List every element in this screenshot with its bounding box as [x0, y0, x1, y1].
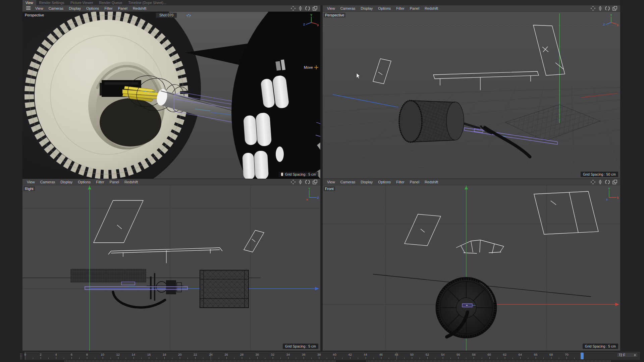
viewport-menu-panel[interactable]: Panel: [115, 6, 130, 10]
frame-number: 16: [147, 353, 151, 356]
frame-tick: [219, 358, 219, 359]
menu-view[interactable]: View: [22, 0, 36, 5]
frame-tick: [482, 358, 482, 359]
frame-tick: [458, 357, 459, 359]
frame-tick: [273, 357, 273, 359]
viewport-menu-view[interactable]: View: [33, 6, 46, 10]
frame-tick: [513, 358, 513, 359]
fine-mesh-block[interactable]: [71, 269, 146, 282]
frame-tick: [242, 357, 242, 359]
viewport-canvas-front-ortho[interactable]: Front Y z X Grid Spacing : 5 cm: [323, 185, 620, 351]
viewport-menu-cameras[interactable]: Cameras: [338, 6, 358, 10]
grid-spacing-chip: Grid Spacing : 5 cm: [283, 344, 318, 349]
viewport-menu-filter[interactable]: Filter: [102, 6, 115, 10]
viewport-menu-view[interactable]: View: [324, 180, 338, 184]
dolly-view-icon[interactable]: [298, 6, 303, 11]
svg-text:Y: Y: [310, 14, 312, 17]
viewport-canvas-perspective-shaded[interactable]: Perspective Shot 070 Move Y Z X Grid Spa…: [22, 12, 320, 179]
frame-number: 52: [426, 353, 429, 356]
move-view-icon[interactable]: [291, 180, 296, 184]
viewport-menu-display[interactable]: Display: [358, 180, 375, 184]
viewport-menu-options[interactable]: Options: [84, 6, 102, 10]
viewport-menu-panel[interactable]: Panel: [407, 180, 422, 184]
move-view-icon[interactable]: [591, 180, 595, 184]
move-view-icon[interactable]: [591, 6, 595, 11]
frame-number: 66: [534, 353, 538, 356]
menu-timeline-dope-sheet[interactable]: Timeline (Dope Sheet)...: [125, 0, 169, 5]
camera-tag[interactable]: Shot 070: [156, 13, 177, 18]
viewport-menu-view[interactable]: View: [24, 180, 38, 184]
viewport-menu-options[interactable]: Options: [375, 180, 393, 184]
viewport-menu-redshift[interactable]: Redshift: [122, 180, 141, 184]
frame-tick: [420, 358, 420, 359]
viewport-menu-filter[interactable]: Filter: [393, 180, 407, 184]
frame-number: 44: [364, 353, 367, 356]
frame-number: 12: [116, 353, 120, 356]
viewport-menu-cameras[interactable]: Cameras: [338, 180, 358, 184]
rotate-view-icon[interactable]: [605, 180, 610, 184]
rotate-view-icon[interactable]: [305, 6, 310, 11]
viewport-menu-filter[interactable]: Filter: [393, 6, 407, 10]
frame-number: 30: [256, 353, 259, 356]
rotate-view-icon[interactable]: [605, 6, 610, 11]
viewport-menu-panel[interactable]: Panel: [107, 180, 122, 184]
toggle-single-view-icon[interactable]: [612, 6, 617, 11]
viewport-menu-display[interactable]: Display: [66, 6, 84, 10]
toggle-single-view-icon[interactable]: [313, 180, 317, 184]
viewport-menu-options[interactable]: Options: [75, 180, 93, 184]
frame-tick: [358, 358, 358, 359]
gear-front-face[interactable]: [436, 278, 496, 338]
frame-tick: [133, 357, 134, 359]
viewport-menu-cameras[interactable]: Cameras: [46, 6, 66, 10]
timeline-dashed-range: [367, 361, 610, 361]
frame-tick: [574, 358, 575, 359]
frame-tick: [118, 357, 118, 359]
frame-tick: [280, 358, 281, 359]
frame-tick: [466, 358, 466, 359]
viewport-menu-options[interactable]: Options: [375, 6, 393, 10]
orientation-gizmo: Y x Z: [303, 187, 319, 201]
timeline-ruler[interactable]: 0246810121416182022242628303234363840424…: [24, 352, 640, 360]
frame-tick: [404, 358, 405, 359]
section-line: [396, 352, 397, 360]
move-view-icon[interactable]: [291, 6, 296, 11]
menu-render-settings[interactable]: Render Settings: [36, 0, 67, 5]
viewport-menu-panel[interactable]: Panel: [407, 6, 422, 10]
grid-spacing-chip: Grid Spacing : 5 cm: [583, 344, 618, 349]
frame-tick: [489, 357, 490, 359]
current-frame-marker[interactable]: [581, 353, 584, 359]
toggle-single-view-icon[interactable]: [612, 180, 617, 184]
frame-tick: [187, 358, 188, 359]
viewport-menu-redshift[interactable]: Redshift: [422, 180, 441, 184]
hamburger-icon[interactable]: [24, 6, 33, 10]
frame-tick: [528, 358, 528, 359]
menu-picture-viewer[interactable]: Picture Viewer: [67, 0, 96, 5]
viewport-menu-cameras[interactable]: Cameras: [38, 180, 58, 184]
section-line: [211, 352, 211, 360]
viewport-menu-display[interactable]: Display: [58, 180, 75, 184]
dolly-view-icon[interactable]: [598, 6, 602, 11]
frame-tick: [79, 358, 79, 359]
timeline-drag-grip[interactable]: [20, 353, 23, 359]
viewport-menu-filter[interactable]: Filter: [93, 180, 107, 184]
menu-render-queue[interactable]: Render Queue: [96, 0, 125, 5]
frame-spinner[interactable]: [634, 354, 636, 356]
dolly-view-icon[interactable]: [598, 180, 602, 184]
frame-tick: [257, 357, 258, 359]
viewport-menu-redshift[interactable]: Redshift: [130, 6, 149, 10]
frame-tick: [311, 358, 312, 359]
viewport-canvas-right-ortho[interactable]: Right Y x Z Grid Spacing : 5 cm: [22, 185, 320, 351]
viewport-menu-display[interactable]: Display: [358, 6, 375, 10]
wireframe-cylinder-block[interactable]: [200, 270, 249, 308]
frame-number: 28: [240, 353, 244, 356]
frame-tick: [265, 358, 265, 359]
dolly-view-icon[interactable]: [298, 180, 303, 184]
frame-number: 70: [565, 353, 569, 356]
viewport-menu-redshift[interactable]: Redshift: [422, 6, 441, 10]
frame-number: 38: [317, 353, 321, 356]
rotate-view-icon[interactable]: [305, 180, 310, 184]
viewport-canvas-perspective-wireframe[interactable]: Perspective Y Z X Grid Spacing : 50 cm: [323, 12, 620, 179]
toggle-single-view-icon[interactable]: [313, 6, 317, 11]
viewport-menu-view[interactable]: View: [324, 6, 338, 10]
current-frame-field[interactable]: 72 F: [616, 352, 638, 358]
